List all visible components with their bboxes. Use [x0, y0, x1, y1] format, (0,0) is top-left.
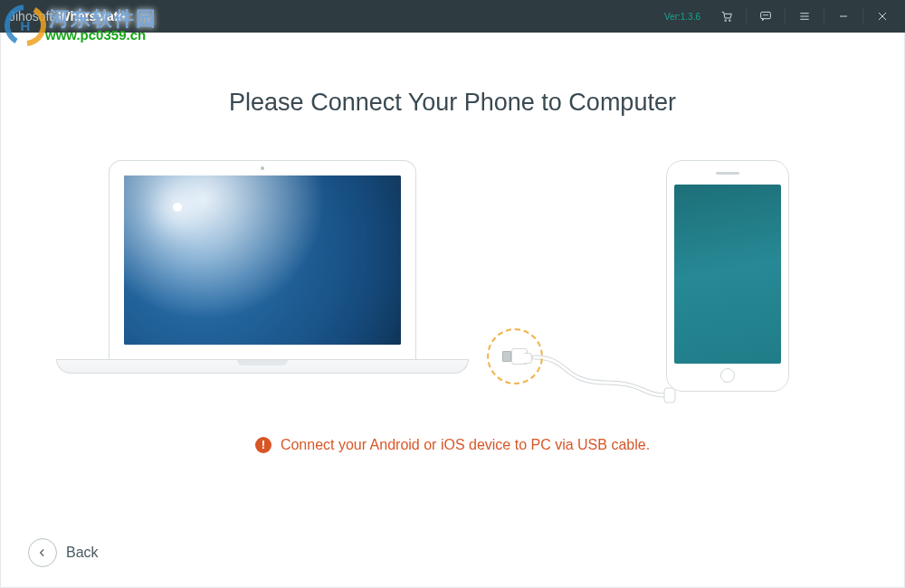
menu-button[interactable]: [787, 0, 822, 33]
divider: [785, 8, 786, 24]
svg-point-5: [767, 14, 768, 15]
feedback-button[interactable]: [748, 0, 783, 33]
brand-prefix: Jihosoft: [9, 9, 52, 24]
laptop-base: [56, 359, 469, 374]
alert-icon: !: [255, 437, 272, 453]
hint-text: Connect your Android or iOS device to PC…: [281, 437, 650, 453]
divider: [862, 8, 863, 24]
minimize-button[interactable]: [826, 0, 861, 33]
laptop-icon: [109, 160, 416, 359]
content-area: Please Connect Your Phone to Computer !: [0, 33, 905, 588]
status-hint: ! Connect your Android or iOS device to …: [1, 437, 904, 453]
phone-screen: [674, 185, 781, 364]
connection-illustration: [109, 160, 796, 404]
svg-point-4: [766, 14, 767, 15]
divider: [746, 8, 747, 24]
back-arrow-icon: [28, 538, 57, 567]
usb-cable-icon: [434, 337, 706, 410]
version-label: Ver:1.3.6: [664, 12, 700, 22]
page-title: Please Connect Your Phone to Computer: [1, 89, 904, 117]
titlebar: Jihosoft WhatsMate Ver:1.3.6: [0, 0, 905, 33]
phone-icon: [666, 160, 789, 392]
svg-point-0: [725, 20, 727, 22]
divider: [824, 8, 824, 24]
svg-point-3: [764, 14, 765, 15]
back-label: Back: [66, 545, 99, 561]
back-button[interactable]: Back: [28, 538, 99, 567]
cart-button[interactable]: [710, 0, 744, 33]
brand-name: WhatsMate: [58, 9, 125, 24]
svg-point-1: [729, 20, 730, 22]
svg-rect-9: [664, 388, 675, 403]
laptop-screen: [124, 175, 401, 345]
usb-plug-icon: [502, 348, 528, 365]
close-button[interactable]: [865, 0, 900, 33]
app-brand: Jihosoft WhatsMate: [9, 9, 125, 24]
